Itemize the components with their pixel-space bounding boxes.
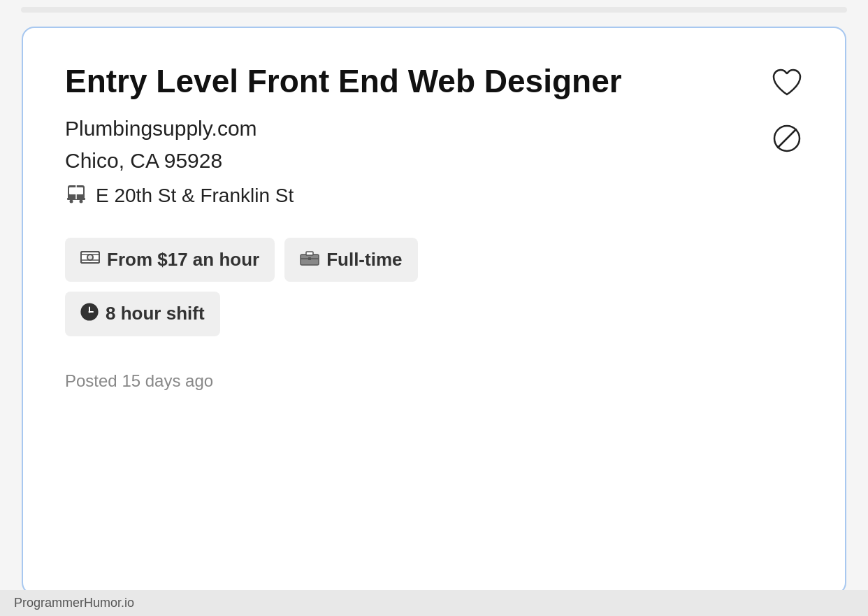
svg-point-20 [89, 310, 91, 313]
page-wrapper: Entry Level Front End Web Designer Plumb… [0, 0, 868, 616]
salary-badge: From $17 an hour [65, 238, 275, 282]
job-card: Entry Level Front End Web Designer Plumb… [22, 27, 846, 595]
svg-rect-15 [308, 257, 311, 260]
money-icon [80, 250, 100, 269]
svg-rect-13 [306, 252, 313, 255]
block-icon [769, 121, 804, 156]
company-name: Plumbingsupply.com [65, 117, 806, 141]
svg-rect-11 [87, 255, 94, 260]
not-interested-button[interactable] [767, 119, 806, 158]
footer-bar: ProgrammerHumor.io [0, 590, 868, 616]
salary-label: From $17 an hour [107, 249, 259, 271]
briefcase-icon [300, 249, 319, 270]
employment-type-label: Full-time [326, 249, 402, 271]
shift-badge: 8 hour shift [65, 292, 220, 336]
employment-type-badge: Full-time [284, 238, 417, 282]
footer-text: ProgrammerHumor.io [14, 596, 134, 610]
clock-icon [80, 303, 99, 325]
svg-line-22 [778, 129, 796, 148]
save-job-button[interactable] [767, 63, 806, 102]
action-buttons [767, 63, 806, 158]
bus-icon [65, 182, 87, 210]
svg-point-2 [70, 199, 73, 203]
transit-row: E 20th St & Franklin St [65, 182, 806, 210]
top-bar [21, 7, 847, 13]
shift-label: 8 hour shift [106, 303, 205, 324]
badges-row-2: 8 hour shift [65, 292, 806, 336]
location: Chico, CA 95928 [65, 149, 806, 173]
badges-row-1: From $17 an hour Full-time [65, 238, 806, 282]
transit-address: E 20th St & Franklin St [96, 185, 294, 207]
svg-point-3 [80, 199, 83, 203]
posted-date: Posted 15 days ago [65, 371, 806, 391]
job-title: Entry Level Front End Web Designer [65, 63, 638, 100]
heart-icon [769, 65, 804, 100]
